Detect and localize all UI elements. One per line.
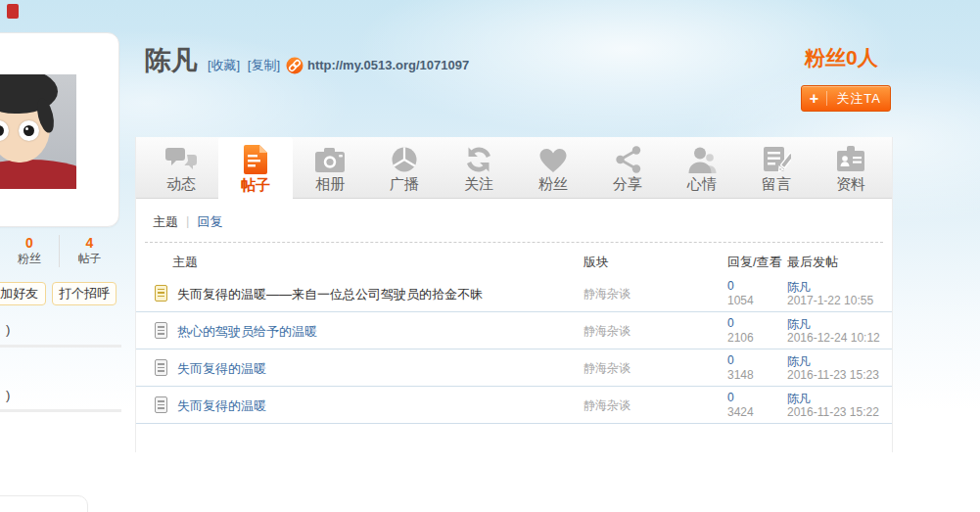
person-icon xyxy=(687,144,717,173)
plus-icon: + xyxy=(802,91,827,106)
avatar[interactable] xyxy=(0,74,76,189)
broadcast-icon xyxy=(391,144,418,173)
reply-count: 0 xyxy=(727,391,734,404)
header-last-post: 最后发帖 xyxy=(787,254,838,271)
profile-actions: [收藏] [复制] xyxy=(208,57,284,74)
add-friend-button[interactable]: 加好友 xyxy=(0,282,46,305)
camera-icon xyxy=(314,144,346,173)
truncated-sidebar-text: ) xyxy=(6,388,10,402)
favorite-link[interactable]: [收藏] xyxy=(208,58,240,72)
message-pencil-icon xyxy=(762,144,791,173)
avatar-card xyxy=(0,32,119,227)
dashed-divider xyxy=(145,242,883,243)
forum-link[interactable]: 静海杂谈 xyxy=(583,360,630,377)
view-count: 3148 xyxy=(727,368,754,382)
document-icon xyxy=(244,145,267,174)
view-count: 1054 xyxy=(727,294,754,307)
tabs: 动态 帖子 xyxy=(144,137,888,206)
tab-following[interactable]: 关注 xyxy=(442,137,516,199)
tab-albums[interactable]: 相册 xyxy=(293,137,367,199)
main-panel: 动态 帖子 xyxy=(135,137,893,452)
tab-profile-info[interactable]: 资料 xyxy=(814,137,888,199)
header-reply-view: 回复/查看 xyxy=(727,254,782,271)
table-row: 失而复得的温暖 静海杂谈 0 3424 陈凡 2016-11-23 15:22 xyxy=(136,387,892,424)
stat-posts[interactable]: 4 帖子 xyxy=(60,235,119,267)
sidebar-divider xyxy=(0,345,121,348)
follow-button[interactable]: + 关注TA xyxy=(801,85,891,112)
header-topic: 主题 xyxy=(172,254,198,271)
tab-label: 帖子 xyxy=(241,177,270,193)
tab-label: 相册 xyxy=(315,176,345,192)
avatar-eye xyxy=(19,120,39,141)
chat-icon xyxy=(165,144,197,173)
tab-label: 留言 xyxy=(762,176,791,192)
tab-label: 广播 xyxy=(390,176,419,192)
tab-feed[interactable]: 动态 xyxy=(144,137,218,199)
truncated-sidebar-text: ) xyxy=(6,322,10,337)
heart-icon xyxy=(538,144,568,173)
profile-stats: 0 粉丝 4 帖子 xyxy=(0,235,119,267)
last-post-time: 2016-12-24 10:12 xyxy=(787,331,880,345)
table-header: 主题 版块 回复/查看 最后发帖 xyxy=(136,248,892,275)
profile-name: 陈凡 xyxy=(145,43,198,78)
document-icon xyxy=(155,396,167,413)
reply-count: 0 xyxy=(727,279,734,293)
topic-title-link[interactable]: 热心的驾驶员给予的温暖 xyxy=(177,323,317,341)
topic-filter-bar: 主题 | 回复 xyxy=(153,213,222,231)
profile-page: 0 粉丝 4 帖子 加好友 打个招呼 ) ) 陈凡 [收藏] [复制] http… xyxy=(0,0,980,512)
sidebar-card-fragment xyxy=(0,495,88,512)
stat-fans[interactable]: 0 粉丝 xyxy=(0,235,60,267)
last-post-time: 2017-1-22 10:55 xyxy=(787,294,873,307)
tab-share[interactable]: 分享 xyxy=(590,137,665,199)
tab-strip: 动态 帖子 xyxy=(136,137,892,199)
last-post-time: 2016-11-23 15:22 xyxy=(787,405,879,419)
posts-label: 帖子 xyxy=(60,251,119,267)
forum-link[interactable]: 静海杂谈 xyxy=(583,323,630,340)
table-row: 热心的驾驶员给予的温暖 静海杂谈 0 2106 陈凡 2016-12-24 10… xyxy=(136,312,892,349)
table-row: 失而复得的温暖——来自一位总公司驾驶员的拾金不昧 静海杂谈 0 1054 陈凡 … xyxy=(136,275,892,312)
refresh-icon xyxy=(464,144,493,173)
table-row: 失而复得的温暖 静海杂谈 0 3148 陈凡 2016-11-23 15:23 xyxy=(136,349,892,387)
share-icon xyxy=(613,144,642,173)
topic-title-link[interactable]: 失而复得的温暖 xyxy=(177,360,266,378)
topic-title-link[interactable]: 失而复得的温暖——来自一位总公司驾驶员的拾金不昧 xyxy=(177,286,483,303)
tab-fans[interactable]: 粉丝 xyxy=(516,137,590,199)
tab-broadcast[interactable]: 广播 xyxy=(367,137,442,199)
tab-label: 心情 xyxy=(687,176,717,192)
forum-link[interactable]: 静海杂谈 xyxy=(583,397,630,414)
last-post-time: 2016-11-23 15:23 xyxy=(787,368,879,382)
chain-link-icon xyxy=(286,57,303,74)
logo-fragment xyxy=(7,4,19,19)
filter-topics[interactable]: 主题 xyxy=(153,213,178,231)
document-icon xyxy=(155,322,167,339)
topic-title-link[interactable]: 失而复得的温暖 xyxy=(177,397,266,415)
posts-count: 4 xyxy=(60,235,119,251)
profile-url-link[interactable]: http://my.0513.org/1071097 xyxy=(307,58,469,72)
greet-button[interactable]: 打个招呼 xyxy=(52,282,117,305)
copy-link[interactable]: [复制] xyxy=(248,58,280,72)
fans-label: 粉丝 xyxy=(0,251,59,267)
tab-mood[interactable]: 心情 xyxy=(665,137,739,199)
forum-link[interactable]: 静海杂谈 xyxy=(583,286,630,303)
tab-label: 关注 xyxy=(464,176,493,192)
tab-label: 动态 xyxy=(166,176,196,192)
tab-label: 粉丝 xyxy=(538,176,568,192)
avatar-shirt xyxy=(0,160,76,189)
topic-list: 失而复得的温暖——来自一位总公司驾驶员的拾金不昧 静海杂谈 0 1054 陈凡 … xyxy=(136,275,892,424)
filter-divider: | xyxy=(186,213,189,231)
tab-label: 分享 xyxy=(613,176,642,192)
tab-messages[interactable]: 留言 xyxy=(739,137,814,199)
view-count: 2106 xyxy=(727,331,754,345)
follow-button-label: 关注TA xyxy=(827,90,890,108)
fans-count-label: 粉丝0人 xyxy=(805,44,878,71)
view-count: 3424 xyxy=(727,405,754,419)
document-icon xyxy=(155,285,167,302)
filter-replies[interactable]: 回复 xyxy=(197,213,222,231)
tab-posts[interactable]: 帖子 xyxy=(218,137,293,206)
fans-count: 0 xyxy=(0,235,59,251)
header-forum: 版块 xyxy=(583,254,609,271)
sidebar-divider xyxy=(0,409,121,412)
id-card-icon xyxy=(836,144,865,173)
document-icon xyxy=(155,359,167,376)
reply-count: 0 xyxy=(727,316,734,330)
